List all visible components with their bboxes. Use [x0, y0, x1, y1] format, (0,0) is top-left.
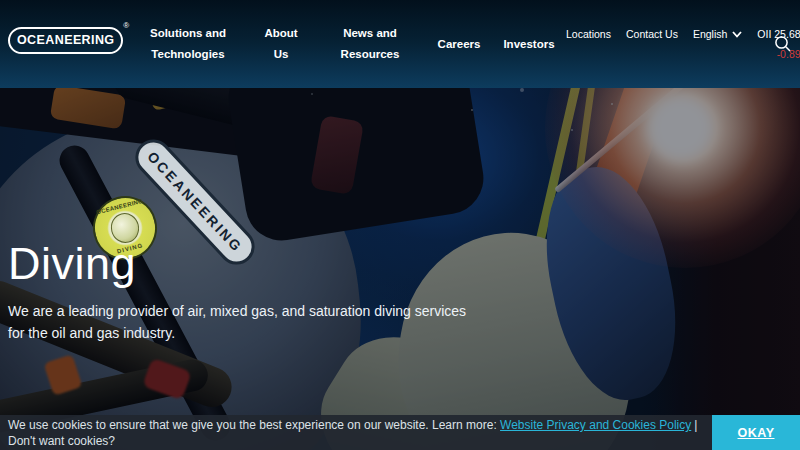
page-title: Diving — [8, 238, 136, 290]
accept-cookies-button[interactable]: OKAY — [712, 415, 800, 450]
primary-nav: Solutions and Technologies About Us News… — [142, 0, 560, 88]
registered-trademark: ® — [123, 21, 129, 30]
nav-item-contact-us[interactable]: Contact Us — [626, 28, 678, 40]
top-navigation-bar: OCEANEERING ® Solutions and Technologies… — [0, 0, 800, 88]
language-selector[interactable]: English — [693, 28, 742, 40]
cookie-message-text: We use cookies to ensure that we give yo… — [8, 418, 500, 432]
cookie-consent-banner: We use cookies to ensure that we give yo… — [0, 415, 800, 450]
cookie-separator: | — [694, 418, 697, 432]
nav-item-investors[interactable]: Investors — [498, 34, 560, 55]
chevron-down-icon — [732, 31, 742, 38]
cookie-question: Don't want cookies? — [8, 434, 115, 448]
utility-nav: Locations Contact Us English OII 25.68 -… — [566, 28, 800, 60]
nav-item-locations[interactable]: Locations — [566, 28, 611, 40]
hero-description: We are a leading provider of air, mixed … — [8, 300, 478, 345]
language-label: English — [693, 28, 727, 40]
search-button[interactable] — [772, 33, 794, 55]
nav-item-about-us[interactable]: About Us — [258, 23, 304, 64]
logo-text: OCEANEERING — [17, 33, 114, 47]
stock-symbol: OII — [757, 28, 771, 40]
search-icon — [774, 35, 792, 53]
page: OCEANEERING OCEANEERING DIVING Diving We… — [0, 0, 800, 450]
nav-item-solutions-and-technologies[interactable]: Solutions and Technologies — [142, 23, 234, 64]
hero-section: OCEANEERING OCEANEERING DIVING Diving We… — [0, 88, 800, 450]
oceaneering-logo[interactable]: OCEANEERING ® — [8, 27, 123, 54]
nav-item-careers[interactable]: Careers — [434, 34, 484, 55]
privacy-policy-link[interactable]: Website Privacy and Cookies Policy — [500, 418, 691, 432]
cookie-message: We use cookies to ensure that we give yo… — [0, 415, 712, 450]
nav-item-news-and-resources[interactable]: News and Resources — [330, 23, 410, 64]
